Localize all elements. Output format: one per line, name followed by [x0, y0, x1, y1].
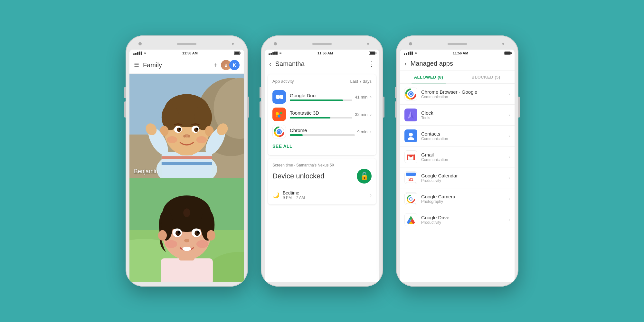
battery-fill-3	[505, 52, 510, 54]
toontastic-icon-svg	[274, 109, 284, 119]
app-row-chrome[interactable]: Chrome 9 min ›	[272, 123, 372, 140]
wifi-text: ≈	[144, 51, 146, 55]
app-activity-card: App activity Last 7 days Google Duo	[268, 74, 376, 155]
duo-progress-fill	[290, 99, 343, 101]
svg-marker-74	[411, 111, 414, 119]
activity-header: App activity Last 7 days	[272, 79, 372, 84]
s3-signal-1	[404, 53, 405, 55]
phone-1: ≈ 11:56 AM ☰ Family + B K	[126, 35, 248, 287]
svg-point-19	[179, 128, 181, 129]
child-name-benjamin: Benjamin	[134, 168, 158, 175]
status-time-3: 11:56 AM	[453, 51, 468, 55]
side-btn-right	[248, 97, 249, 118]
svg-text:31: 31	[408, 177, 413, 182]
svg-rect-55	[274, 109, 284, 119]
side-btn-left2-3	[395, 101, 396, 118]
status-time-2: 11:56 AM	[317, 51, 333, 55]
s2-signal-2	[270, 53, 272, 55]
status-bar-3: ≈ 11:56 AM	[400, 50, 515, 57]
managed-drive-category: Productivity	[421, 220, 508, 225]
managed-apps-title: Managed apps	[411, 60, 510, 67]
managed-camera-text: Google Camera Photography	[421, 194, 508, 204]
add-member-button[interactable]: +	[214, 62, 218, 69]
phone-2: ≈ 11:56 AM ‹ Samantha ⋮ App activity	[261, 35, 383, 287]
avatar-k: K	[229, 60, 240, 70]
signal-4	[139, 52, 140, 55]
back-button-3[interactable]: ‹	[404, 60, 407, 67]
tab-blocked[interactable]: BLOCKED (5)	[457, 71, 515, 83]
svg-point-88	[410, 198, 412, 200]
samantha-header: ‹ Samantha ⋮	[265, 57, 379, 71]
managed-apps-header: ‹ Managed apps	[400, 57, 515, 71]
side-btn-left2	[124, 101, 126, 118]
managed-gmail-text: Gmail Communication	[421, 152, 508, 162]
see-all-button[interactable]: SEE ALL	[272, 142, 372, 151]
duo-info: Google Duo	[290, 93, 352, 101]
managed-chrome-icon	[404, 88, 417, 100]
s3-signal-4	[410, 52, 411, 55]
managed-chrome-chevron: ›	[508, 91, 510, 97]
managed-camera-chevron: ›	[508, 196, 510, 201]
svg-point-51	[196, 240, 209, 248]
managed-contacts-text: Contacts Communication	[421, 131, 508, 141]
duo-chevron: ›	[370, 94, 372, 99]
svg-point-57	[280, 112, 282, 114]
managed-app-camera[interactable]: Google Camera Photography ›	[400, 188, 515, 209]
child-photo-benjamin[interactable]: Benjamin	[129, 74, 244, 178]
status-left-2: ≈	[269, 51, 281, 55]
svg-point-40	[158, 230, 167, 240]
side-btn-left-3	[395, 87, 396, 98]
s3-signal-5	[412, 52, 413, 55]
svg-rect-79	[413, 155, 415, 160]
managed-calendar-icon: 31	[404, 171, 417, 184]
managed-camera-icon	[404, 192, 417, 205]
signal-bars-3	[404, 52, 413, 55]
activity-label: App activity	[272, 79, 294, 84]
phone-3-screen: ≈ 11:56 AM ‹ Managed apps ALLOWED (8) BL…	[400, 50, 515, 282]
phone-top-bar	[129, 40, 244, 48]
phone1-header: ☰ Family + B K	[129, 57, 244, 74]
status-right-1	[234, 52, 240, 55]
back-button-2[interactable]: ‹	[269, 60, 271, 68]
managed-app-chrome[interactable]: Chrome Browser - Google Communication ›	[400, 84, 515, 105]
managed-contacts-chevron: ›	[508, 133, 510, 138]
duo-icon	[272, 90, 286, 104]
signal-bars	[133, 52, 142, 55]
chrome-info: Chrome	[290, 128, 355, 136]
managed-contacts-category: Communication	[421, 137, 508, 141]
managed-app-drive[interactable]: Google Drive Productivity ›	[400, 209, 515, 230]
more-options-2[interactable]: ⋮	[368, 60, 375, 68]
managed-clock-category: Tools	[421, 116, 508, 120]
managed-clock-name: Clock	[421, 110, 508, 116]
s2-signal-5	[276, 52, 278, 55]
svg-point-56	[276, 112, 279, 115]
chrome-name: Chrome	[290, 128, 355, 133]
tab-allowed[interactable]: ALLOWED (8)	[400, 71, 457, 83]
managed-app-calendar[interactable]: 31 Google Calendar Productivity ›	[400, 167, 515, 188]
child-photo-girl[interactable]	[129, 178, 244, 282]
bedtime-row[interactable]: 🌙 Bedtime 9 PM – 7 AM ›	[272, 187, 372, 200]
managed-app-contacts[interactable]: Contacts Communication ›	[400, 126, 515, 147]
managed-app-clock[interactable]: Clock Tools ›	[400, 105, 515, 126]
toontastic-info: Toontastic 3D	[290, 110, 352, 118]
phone-top-bar-3	[400, 40, 515, 48]
app-row-toontastic[interactable]: Toontastic 3D 32 min ›	[272, 106, 372, 123]
app-row-duo[interactable]: Google Duo 41 min ›	[272, 88, 372, 106]
managed-gmail-svg	[406, 153, 415, 160]
s2-signal-3	[272, 52, 274, 55]
battery-fill-2	[370, 52, 375, 54]
svg-rect-34	[161, 258, 213, 282]
signal-2	[135, 53, 137, 55]
samantha-title: Samantha	[275, 60, 368, 68]
side-btn-left2-2	[260, 101, 261, 118]
menu-icon[interactable]: ☰	[134, 62, 139, 69]
status-bar-2: ≈ 11:56 AM	[265, 50, 379, 57]
managed-camera-name: Google Camera	[421, 194, 508, 199]
chrome-progress-fill	[290, 134, 303, 136]
managed-app-gmail[interactable]: Gmail Communication ›	[400, 147, 515, 167]
phone-top-bar-2	[265, 40, 379, 48]
chrome-icon	[272, 125, 286, 138]
managed-calendar-text: Google Calendar Productivity	[421, 173, 508, 183]
svg-point-49	[183, 246, 191, 251]
screen-time-label: Screen time · Samantha's Nexus 5X	[272, 163, 372, 167]
